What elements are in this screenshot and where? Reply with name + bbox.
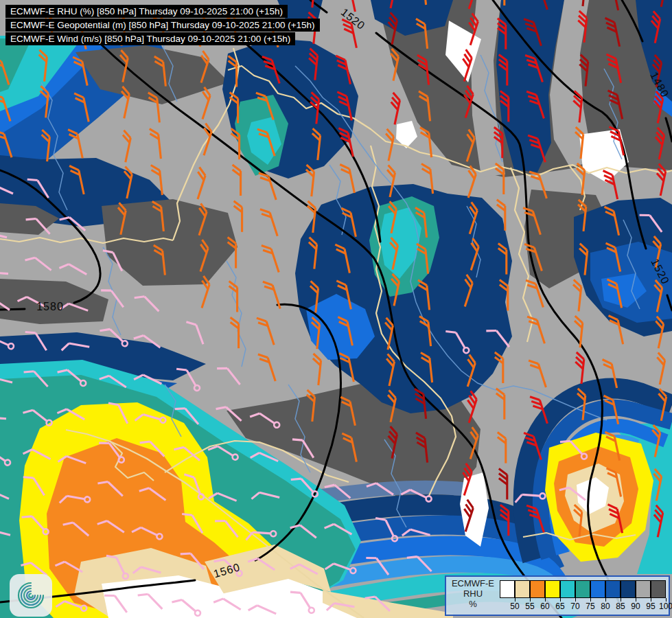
wind-barb-icon	[150, 128, 161, 159]
site-logo[interactable]	[10, 574, 52, 617]
wind-barb-icon	[461, 165, 478, 198]
legend-value: 100	[656, 602, 672, 611]
wind-barb-icon	[526, 278, 543, 310]
legend-swatch	[530, 580, 545, 598]
legend-label: ECMWF-E RHU %	[448, 578, 498, 609]
wind-barb-icon	[263, 279, 280, 312]
wind-barb-icon	[573, 352, 585, 384]
wind-barb-icon	[572, 316, 583, 347]
wind-barb-icon	[217, 363, 240, 389]
legend-swatch	[621, 580, 636, 598]
wind-barb-icon	[570, 279, 582, 311]
wind-barb-icon	[234, 201, 242, 232]
geopotential-contour-line	[0, 309, 25, 310]
legend-swatch	[500, 580, 515, 598]
wind-barb-icon	[259, 170, 276, 203]
wind-barb-icon	[529, 358, 546, 390]
map-title-rhu: ECMWF-E RHU (%) [850 hPa] Thursday 09-10…	[5, 5, 288, 18]
legend-label-line2: RHU	[448, 588, 498, 599]
wind-barb-icon	[190, 167, 207, 199]
wind-barb-icon	[135, 292, 159, 317]
rh-fill-region	[579, 129, 629, 183]
geopotential-contour-label: 1580	[36, 301, 64, 312]
weather-map-canvas: 15201480152015801560	[0, 0, 672, 618]
legend-swatch	[651, 580, 666, 598]
wind-barb-icon	[260, 207, 277, 239]
wind-barb-icon	[257, 315, 274, 347]
wind-barb-icon	[231, 317, 239, 348]
wind-barb-icon	[498, 433, 506, 464]
legend-swatch	[575, 580, 590, 598]
wind-barb-icon	[186, 319, 203, 347]
wind-barb-icon	[496, 389, 505, 420]
wind-barb-icon	[59, 261, 86, 282]
wind-barb-icon	[499, 468, 507, 499]
legend-label-line1: ECMWF-E	[448, 578, 498, 588]
legend-swatch	[605, 580, 621, 598]
wind-barb-icon	[651, 352, 666, 385]
legend-swatch	[545, 580, 560, 598]
wind-barb-icon	[233, 165, 241, 196]
map-title-wind: ECMWF-E Wind (m/s) [850 hPa] Thursday 09…	[5, 32, 295, 45]
legend-label-line3: %	[448, 599, 498, 609]
legend-swatch	[590, 580, 605, 598]
cyclone-spiral-icon	[15, 580, 47, 611]
legend-swatch	[560, 580, 575, 598]
wind-barb-icon	[386, 93, 401, 125]
wind-barb-icon	[310, 354, 322, 385]
river-line	[227, 261, 246, 367]
weather-map-page: 15201480152015801560 ECMWF-E RHU (%) [85…	[0, 0, 672, 618]
wind-barb-icon	[380, 129, 395, 161]
wind-barb-icon	[0, 231, 7, 245]
wind-barb-icon	[25, 254, 51, 277]
wind-barb-icon	[117, 130, 132, 163]
map-title-geopotential: ECMWF-E Geopotential (m) [850 hPa] Thurs…	[5, 19, 320, 32]
rhu-color-legend: ECMWF-E RHU % 50556065707580859095100	[445, 575, 670, 616]
legend-swatch	[515, 580, 530, 598]
wind-barb-icon	[262, 243, 279, 275]
legend-swatch	[636, 580, 651, 598]
wind-barb-icon	[196, 124, 213, 156]
wind-barb-icon	[258, 352, 275, 384]
wind-barb-icon	[340, 163, 354, 195]
